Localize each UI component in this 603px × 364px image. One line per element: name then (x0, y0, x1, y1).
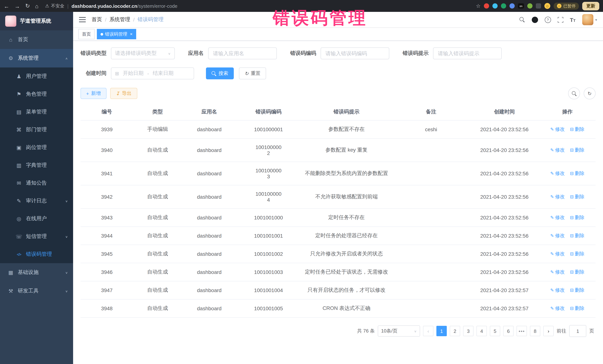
extension-icon-leaf[interactable] (527, 3, 533, 9)
address-bar[interactable]: ⚠ 不安全 | dashboard.yudao.iocoder.cn/syste… (42, 3, 472, 9)
page-button-1[interactable]: 1 (436, 326, 447, 336)
extension-icon-blue[interactable] (492, 3, 498, 9)
fullscreen-icon[interactable] (557, 17, 563, 22)
bookmark-star-icon[interactable]: ☆ (476, 3, 481, 9)
delete-link[interactable]: ⊟删除 (570, 126, 584, 132)
cell-operations: ✎修改⊟删除 (539, 281, 596, 299)
page-button-2[interactable]: 2 (450, 326, 460, 336)
extension-icon-indigo[interactable] (510, 3, 515, 9)
edit-link[interactable]: ✎修改 (550, 215, 565, 220)
add-button[interactable]: + 新增 (81, 88, 106, 99)
sidebar-item-dev-tools[interactable]: ⚒研发工具∨ (0, 282, 73, 300)
extension-icon-green[interactable] (501, 3, 506, 9)
github-icon[interactable] (532, 16, 538, 23)
app-logo[interactable]: 芋道管理系统 (0, 12, 73, 30)
edit-link[interactable]: ✎修改 (550, 233, 565, 238)
breadcrumb-item[interactable]: 首页 (92, 16, 102, 23)
sidebar-item-label: 通知公告 (26, 180, 47, 187)
browser-reload-icon[interactable]: ↻ (25, 3, 30, 9)
delete-link[interactable]: ⊟删除 (570, 305, 584, 311)
breadcrumb-item[interactable]: 系统管理 (109, 16, 130, 23)
delete-link[interactable]: ⊟删除 (570, 194, 584, 199)
cell-id: 3941 (81, 162, 133, 185)
sidebar-item-error-codes[interactable]: </>错误码管理 (0, 245, 73, 263)
prev-page-button[interactable]: ‹ (423, 326, 433, 336)
sidebar-item-home[interactable]: ⌂首页 (0, 30, 73, 49)
next-page-button[interactable]: › (543, 326, 554, 336)
hamburger-icon[interactable] (79, 17, 86, 22)
page-more-button[interactable]: ••• (517, 326, 527, 336)
cell-operations: ✎修改⊟删除 (539, 120, 596, 138)
delete-link[interactable]: ⊟删除 (570, 287, 584, 293)
error-code-input[interactable] (321, 47, 389, 59)
error-type-select[interactable]: 请选择错误码类型 ∨ (111, 47, 175, 59)
page-button-5[interactable]: 5 (490, 326, 500, 336)
sidebar-item-dictionaries[interactable]: ▥字典管理 (0, 156, 73, 174)
reset-button[interactable]: ↻ 重置 (239, 67, 266, 79)
edit-icon: ✎ (550, 269, 554, 275)
sidebar-item-sms[interactable]: ☏短信管理∨ (0, 228, 73, 245)
edit-link[interactable]: ✎修改 (550, 287, 565, 293)
home-icon: ⌂ (7, 37, 14, 43)
help-icon[interactable]: ? (545, 16, 551, 23)
cell-hint: 定时任务已经处于该状态，无需修改 (300, 263, 392, 281)
refresh-table-button[interactable]: ↻ (584, 88, 596, 99)
browser-forward-icon[interactable]: → (14, 3, 20, 9)
edit-link[interactable]: ✎修改 (550, 194, 565, 199)
tab-item[interactable]: 首页 (78, 29, 95, 39)
browser-back-icon[interactable]: ← (4, 3, 9, 9)
sidebar-item-roles[interactable]: ⚑角色管理 (0, 85, 73, 103)
browser-home-icon[interactable]: ⌂ (35, 3, 38, 9)
delete-link[interactable]: ⊟删除 (570, 233, 584, 238)
delete-link[interactable]: ⊟删除 (570, 215, 584, 220)
page-button-3[interactable]: 3 (463, 326, 474, 336)
delete-link[interactable]: ⊟删除 (570, 251, 584, 256)
font-size-icon[interactable]: TT (570, 16, 576, 23)
edit-link[interactable]: ✎修改 (550, 126, 565, 132)
sidebar-item-system[interactable]: ⚙系统管理∧ (0, 49, 73, 67)
extension-icon-on[interactable]: on (518, 3, 524, 9)
edit-link[interactable]: ✎修改 (550, 170, 565, 176)
header-search-icon[interactable] (519, 17, 525, 22)
edit-link[interactable]: ✎修改 (550, 269, 565, 275)
delete-link[interactable]: ⊟删除 (570, 147, 584, 153)
error-hint-input[interactable] (433, 47, 502, 59)
sidebar-item-menus[interactable]: ▤菜单管理 (0, 103, 73, 121)
sidebar-item-users[interactable]: ♟用户管理 (0, 67, 73, 85)
error-code-label: 错误码编码 (290, 50, 316, 57)
cell-operations: ✎修改⊟删除 (539, 209, 596, 227)
paused-badge[interactable]: ☺已暂停 (554, 2, 579, 10)
column-header: 应用名 (182, 104, 237, 120)
search-button[interactable]: 搜索 (206, 67, 234, 79)
delete-link[interactable]: ⊟删除 (570, 269, 584, 275)
date-range-picker[interactable]: ⊞ 开始日期 - 结束日期 (111, 67, 194, 79)
tab-active[interactable]: 错误码管理× (97, 29, 136, 39)
user-menu[interactable]: ▾ (582, 14, 597, 25)
edit-link[interactable]: ✎修改 (550, 305, 565, 311)
page-button-4[interactable]: 4 (476, 326, 487, 336)
page-size-select[interactable]: 10条/页 ∨ (378, 325, 420, 337)
tab-close-icon[interactable]: × (130, 32, 132, 37)
sidebar-item-audit-logs[interactable]: ✎审计日志∨ (0, 192, 73, 210)
online-icon: ◎ (16, 216, 22, 222)
sidebar-item-notices[interactable]: ✉通知公告 (0, 174, 73, 192)
delete-link[interactable]: ⊟删除 (570, 170, 584, 176)
edit-link[interactable]: ✎修改 (550, 251, 565, 256)
extensions-puzzle-icon[interactable] (536, 3, 541, 9)
profile-avatar-icon[interactable]: ☺ (544, 3, 550, 9)
toggle-search-button[interactable] (568, 88, 580, 99)
edit-link[interactable]: ✎修改 (550, 147, 565, 153)
sidebar-item-departments[interactable]: ⌘部门管理 (0, 121, 73, 139)
page-button-6[interactable]: 6 (503, 326, 514, 336)
sidebar-item-infrastructure[interactable]: ▦基础设施∨ (0, 263, 73, 282)
app-name-input[interactable] (208, 47, 277, 59)
security-warning[interactable]: ⚠ 不安全 (45, 3, 64, 9)
page-button-8[interactable]: 8 (530, 326, 540, 336)
sidebar-item-online-users[interactable]: ◎在线用户 (0, 210, 73, 228)
sidebar-item-positions[interactable]: ▣岗位管理 (0, 139, 73, 156)
extension-icon-red[interactable] (484, 3, 489, 9)
log-icon: ✎ (16, 198, 22, 204)
export-button[interactable]: ↧ 导出 (110, 88, 137, 99)
goto-page-input[interactable] (569, 325, 586, 337)
update-button[interactable]: 更新 (582, 2, 599, 10)
